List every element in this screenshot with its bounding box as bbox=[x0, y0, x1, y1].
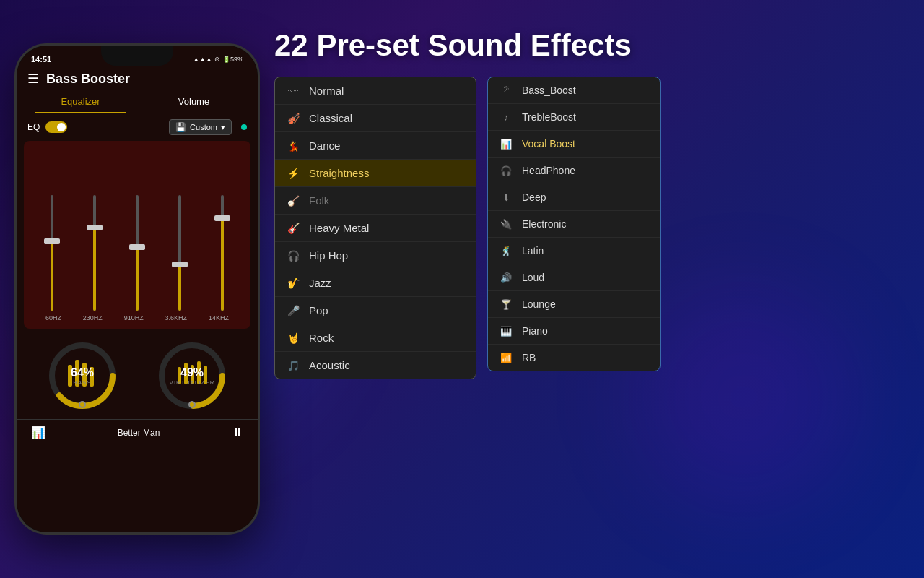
straightness-icon: ⚡ bbox=[286, 168, 300, 179]
status-icons: ▲▲▲ ⊛ 🔋59% bbox=[193, 56, 243, 63]
slider-60hz[interactable] bbox=[51, 166, 53, 311]
preset-item-jazz[interactable]: 🎷 Jazz bbox=[275, 269, 476, 297]
slider-thumb-60hz[interactable] bbox=[44, 238, 60, 244]
slider-thumb-230hz[interactable] bbox=[87, 225, 103, 230]
bottom-bar: 📊 Better Man ⏸ bbox=[17, 419, 258, 445]
preset-item-hip-hop[interactable]: 🎧 Hip Hop bbox=[275, 242, 476, 269]
treble-boost-icon: ♪ bbox=[499, 112, 513, 123]
preset-item-lounge[interactable]: 🍸 Lounge bbox=[488, 291, 660, 318]
slider-thumb-14khz[interactable] bbox=[214, 215, 230, 221]
preset-label: Custom bbox=[190, 123, 217, 131]
preset-label-hip-hop: Hip Hop bbox=[309, 249, 348, 262]
virtualizer-dial[interactable]: 49% VIRTUALIZER bbox=[156, 340, 228, 412]
heavy-metal-icon: 🎸 bbox=[286, 223, 300, 234]
preset-item-rb[interactable]: 📶 RB bbox=[488, 345, 660, 371]
bass-dial-text: 64% BASS bbox=[71, 366, 94, 386]
rock-icon: 🤘 bbox=[286, 332, 300, 344]
preset-label-jazz: Jazz bbox=[309, 277, 331, 289]
eq-sliders-area: 60HZ 230HZ 910HZ 3.6KHZ 14KHZ bbox=[24, 141, 250, 329]
slider-track-36khz bbox=[178, 195, 181, 311]
slider-thumb-910hz[interactable] bbox=[129, 244, 145, 250]
preset-item-headphone[interactable]: 🎧 HeadPhone bbox=[488, 158, 660, 184]
preset-label-latin: Latin bbox=[522, 245, 544, 256]
preset-item-piano[interactable]: 🎹 Piano bbox=[488, 318, 660, 345]
preset-label-normal: Normal bbox=[309, 85, 344, 97]
deep-icon: ⬇ bbox=[499, 192, 513, 203]
slider-14khz[interactable] bbox=[221, 166, 224, 311]
tab-volume[interactable]: Volume bbox=[137, 90, 250, 113]
slider-fill-230hz bbox=[93, 228, 96, 311]
preset-item-vocal-boost[interactable]: 📊 Vocal Boost bbox=[488, 131, 660, 158]
bass-label: BASS bbox=[71, 379, 94, 386]
headline: 22 Pre-set Sound Effects bbox=[274, 29, 895, 62]
phone-mockup: 14:51 ♫ ▲▲▲ ⊛ 🔋59% ☰ Bass Booster Equali… bbox=[14, 43, 260, 535]
slider-track-14khz bbox=[221, 195, 224, 311]
bass-dial-knob bbox=[79, 401, 86, 408]
headphone-icon: 🎧 bbox=[499, 165, 513, 176]
preset-item-bass-boost[interactable]: 𝄢 Bass_Boost bbox=[488, 77, 660, 104]
chevron-down-icon: ▾ bbox=[221, 123, 225, 132]
sliders-container bbox=[31, 148, 243, 314]
slider-track-910hz bbox=[136, 195, 139, 311]
virtualizer-label: VIRTUALIZER bbox=[170, 379, 215, 386]
preset-label-deep: Deep bbox=[522, 191, 546, 203]
play-pause-icon[interactable]: ⏸ bbox=[232, 426, 243, 439]
preset-item-dance[interactable]: 💃 Dance bbox=[275, 132, 476, 160]
preset-item-latin[interactable]: 🕺 Latin bbox=[488, 238, 660, 264]
eq-controls: EQ 💾 Custom ▾ bbox=[17, 113, 258, 141]
pop-icon: 🎤 bbox=[286, 305, 300, 316]
preset-item-rock[interactable]: 🤘 Rock bbox=[275, 324, 476, 352]
app-title: Bass Booster bbox=[46, 72, 130, 87]
track-name: Better Man bbox=[118, 428, 160, 438]
vocal-boost-icon: 📊 bbox=[499, 139, 513, 150]
preset-item-deep[interactable]: ⬇ Deep bbox=[488, 184, 660, 211]
preset-label-straightness: Straightness bbox=[309, 167, 369, 179]
preset-item-electronic[interactable]: 🔌 Electronic bbox=[488, 211, 660, 238]
preset-label-electronic: Electronic bbox=[522, 218, 566, 230]
tab-equalizer[interactable]: Equalizer bbox=[24, 90, 137, 113]
slider-fill-60hz bbox=[51, 241, 53, 311]
preset-label-pop: Pop bbox=[309, 304, 328, 316]
preset-label-heavy-metal: Heavy Metal bbox=[309, 222, 369, 234]
eq-label: EQ bbox=[27, 122, 40, 132]
slider-230hz[interactable] bbox=[93, 166, 96, 311]
status-signal: ▲▲▲ bbox=[193, 56, 212, 63]
lists-area: 〰 Normal 🎻 Classical 💃 Dance ⚡ Straightn… bbox=[274, 77, 895, 379]
phone-notch bbox=[101, 46, 173, 66]
freq-label-36khz: 3.6KHZ bbox=[165, 314, 188, 322]
eq-preset-selector[interactable]: 💾 Custom ▾ bbox=[169, 119, 232, 135]
preset-item-pop[interactable]: 🎤 Pop bbox=[275, 297, 476, 324]
bass-dial[interactable]: 64% BASS bbox=[46, 340, 118, 412]
freq-label-230hz: 230HZ bbox=[83, 314, 103, 322]
eq-toggle[interactable] bbox=[45, 121, 67, 133]
electronic-icon: 🔌 bbox=[499, 219, 513, 230]
preset-label-piano: Piano bbox=[522, 325, 548, 337]
preset-item-loud[interactable]: 🔊 Loud bbox=[488, 264, 660, 291]
preset-item-heavy-metal[interactable]: 🎸 Heavy Metal bbox=[275, 215, 476, 242]
preset-item-straightness[interactable]: ⚡ Straightness bbox=[275, 160, 476, 187]
connector-dot-phone bbox=[241, 124, 247, 130]
preset-label-vocal-boost: Vocal Boost bbox=[522, 138, 575, 150]
preset-item-treble-boost[interactable]: ♪ TrebleBoost bbox=[488, 104, 660, 131]
preset-item-folk[interactable]: 🪕 Folk bbox=[275, 187, 476, 215]
menu-icon[interactable]: ☰ bbox=[27, 71, 39, 87]
preset-item-acoustic[interactable]: 🎵 Acoustic bbox=[275, 352, 476, 379]
preset-label-rb: RB bbox=[522, 352, 536, 363]
preset-item-normal[interactable]: 〰 Normal bbox=[275, 77, 476, 105]
status-battery: 🔋59% bbox=[222, 56, 243, 63]
loud-icon: 🔊 bbox=[499, 272, 513, 283]
slider-track-230hz bbox=[93, 195, 96, 311]
status-time: 14:51 bbox=[31, 55, 51, 64]
slider-thumb-36khz[interactable] bbox=[172, 262, 188, 267]
slider-910hz[interactable] bbox=[136, 166, 139, 311]
slider-fill-36khz bbox=[178, 264, 181, 311]
hip-hop-icon: 🎧 bbox=[286, 250, 300, 262]
save-icon: 💾 bbox=[175, 122, 186, 132]
preset-label-dance: Dance bbox=[309, 139, 340, 152]
dials-row: 64% BASS bbox=[17, 332, 258, 419]
slider-fill-910hz bbox=[136, 247, 139, 311]
preset-item-classical[interactable]: 🎻 Classical bbox=[275, 105, 476, 132]
bass-percent: 64% bbox=[71, 366, 94, 379]
preset-label-treble-boost: TrebleBoost bbox=[522, 111, 576, 123]
slider-36khz[interactable] bbox=[178, 166, 181, 311]
